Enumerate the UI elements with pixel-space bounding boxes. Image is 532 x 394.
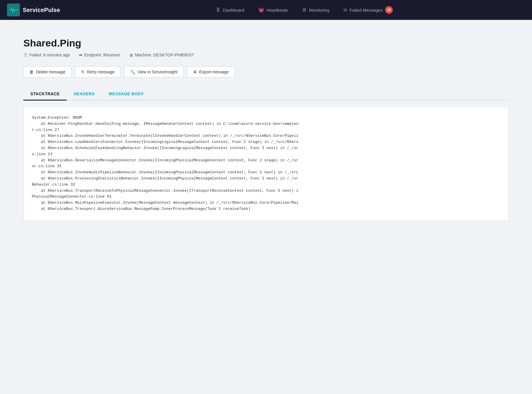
- retry-message-button[interactable]: ↻ Retry message: [75, 66, 121, 77]
- brand-logo: [7, 4, 20, 16]
- endpoint-icon: ➡: [79, 52, 83, 58]
- nav-item-monitoring-label: Monitoring: [309, 8, 329, 13]
- view-serviceinsight-button[interactable]: 🔍 View in ServiceInsight: [124, 66, 184, 77]
- nav-item-monitoring[interactable]: 🖥 Monitoring: [302, 6, 329, 14]
- export-message-label: Export message: [199, 70, 229, 74]
- heartbeats-icon: 💓: [258, 7, 264, 13]
- retry-icon: ↻: [81, 70, 85, 74]
- brand-name: ServicePulse: [23, 7, 60, 13]
- nav-item-failed-messages-label: Failed Messages: [350, 8, 383, 13]
- meta-failed-label: Failed: 6 minutes ago: [29, 53, 70, 57]
- brand[interactable]: ServicePulse: [7, 4, 60, 16]
- meta-endpoint: ➡ Endpoint: Receiver: [79, 52, 120, 58]
- nav-item-heartbeats[interactable]: 💓 Heartbeats: [258, 6, 288, 14]
- meta-row: ⏱ Failed: 6 minutes ago ➡ Endpoint: Rece…: [23, 52, 509, 58]
- dashboard-icon: 🎛: [216, 7, 220, 13]
- meta-machine: 🖥 Machine: DESKTOP-PHB9G57: [129, 53, 194, 58]
- tab-message-body[interactable]: MESSAGE BODY: [102, 88, 151, 101]
- serviceinsight-icon: 🔍: [130, 70, 135, 74]
- page-title: Shared.Ping: [23, 37, 509, 49]
- retry-message-label: Retry message: [87, 70, 114, 74]
- nav-item-failed-messages[interactable]: ✉ Failed Messages 15: [343, 6, 392, 14]
- navbar: ServicePulse 🎛 Dashboard 💓 Heartbeats 🖥 …: [0, 0, 532, 20]
- delete-message-label: Delete message: [36, 70, 65, 74]
- tabs: STACKTRACE HEADERS MESSAGE BODY: [23, 88, 509, 101]
- action-buttons: 🗑 Delete message ↻ Retry message 🔍 View …: [23, 66, 509, 77]
- machine-icon: 🖥: [129, 53, 133, 58]
- export-message-button[interactable]: ⬇ Export message: [187, 66, 235, 77]
- meta-failed: ⏱ Failed: 6 minutes ago: [23, 53, 70, 58]
- view-serviceinsight-label: View in ServiceInsight: [138, 70, 178, 74]
- nav-item-dashboard-label: Dashboard: [223, 8, 244, 13]
- export-icon: ⬇: [193, 70, 197, 74]
- tab-stacktrace[interactable]: STACKTRACE: [23, 88, 67, 101]
- meta-endpoint-label: Endpoint: Receiver: [84, 53, 120, 57]
- nav-links: 🎛 Dashboard 💓 Heartbeats 🖥 Monitoring ✉ …: [84, 6, 525, 14]
- failed-messages-badge: 15: [385, 6, 393, 14]
- nav-item-heartbeats-label: Heartbeats: [267, 8, 288, 13]
- clock-icon: ⏱: [23, 53, 28, 58]
- failed-messages-icon: ✉: [343, 7, 347, 13]
- stacktrace-container: System.Exception: BOOM at Receiver.PingH…: [23, 106, 509, 221]
- tab-headers[interactable]: HEADERS: [67, 88, 102, 101]
- nav-item-dashboard[interactable]: 🎛 Dashboard: [216, 6, 244, 14]
- delete-icon: 🗑: [29, 70, 34, 74]
- meta-machine-label: Machine: DESKTOP-PHB9G57: [135, 53, 194, 57]
- monitoring-icon: 🖥: [302, 7, 307, 13]
- main-content: Shared.Ping ⏱ Failed: 6 minutes ago ➡ En…: [0, 20, 532, 238]
- delete-message-button[interactable]: 🗑 Delete message: [23, 66, 72, 77]
- stacktrace-text: System.Exception: BOOM at Receiver.PingH…: [32, 115, 500, 212]
